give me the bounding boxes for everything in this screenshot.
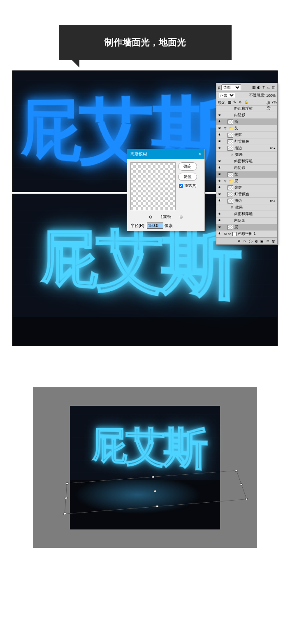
layer-thumbnail[interactable] xyxy=(227,119,233,124)
fx-badge[interactable]: fx ▸ xyxy=(270,199,276,203)
layer-row[interactable]: 👁艾 xyxy=(216,171,277,178)
lock-transparent-icon[interactable]: ▦ xyxy=(228,100,232,104)
filter-adjust-icon[interactable]: ◐ xyxy=(257,85,261,89)
visibility-eye-icon[interactable]: 👁 xyxy=(218,126,222,130)
layer-thumbnail[interactable] xyxy=(227,225,233,230)
transform-handle[interactable] xyxy=(156,505,159,507)
mask-thumbnail[interactable] xyxy=(232,232,237,236)
blend-mode-select[interactable]: 正常 xyxy=(218,93,235,98)
filter-pixel-icon[interactable]: ▦ xyxy=(252,85,256,89)
layer-row[interactable]: 👁⧉⚖色彩平衡 1 xyxy=(216,231,277,237)
layer-row[interactable]: 👁灯管颜色 xyxy=(216,191,277,198)
preview-checkbox[interactable]: 预览(P) xyxy=(179,183,197,188)
layer-row[interactable]: 👁描边fx ▸ xyxy=(216,198,277,204)
radius-input[interactable] xyxy=(147,222,163,229)
visibility-eye-icon[interactable]: 👁 xyxy=(218,173,222,176)
layer-row[interactable]: 👁内阴影 xyxy=(216,165,277,171)
transform-handle[interactable] xyxy=(240,483,243,485)
filter-kind-icon[interactable]: ρ xyxy=(218,85,220,89)
visibility-eye-icon[interactable]: 👁 xyxy=(218,199,222,203)
layer-row[interactable]: 👁斯 xyxy=(216,119,277,125)
layer-row[interactable]: 👁灯管颜色 xyxy=(216,138,277,145)
layer-row[interactable]: 👁描边fx ▸ xyxy=(216,145,277,152)
disclosure-arrow-icon[interactable]: ▽ xyxy=(224,127,227,130)
transform-handle[interactable] xyxy=(66,482,68,485)
layer-row[interactable]: 👁内阴影 xyxy=(216,112,277,119)
new-fill-adjust-icon[interactable]: ◐ xyxy=(254,239,258,243)
close-icon[interactable]: × xyxy=(198,151,201,157)
transform-handle[interactable] xyxy=(63,513,66,515)
disclosure-arrow-icon[interactable]: ▽ xyxy=(231,206,234,209)
layer-fx-icon[interactable]: fx xyxy=(243,239,247,243)
title-text: 制作墙面光，地面光 xyxy=(104,37,186,47)
transform-canvas[interactable]: 屁艾斯 xyxy=(70,406,220,529)
layer-row[interactable]: 👁光辉 xyxy=(216,132,277,138)
preview-check-input[interactable] xyxy=(179,184,183,188)
layer-row[interactable]: ▽效果 xyxy=(216,204,277,211)
layer-row[interactable]: ▽效果 xyxy=(216,152,277,158)
layer-row[interactable]: 👁内阴影 xyxy=(216,218,277,224)
lock-all-icon[interactable]: 🔒 xyxy=(244,100,248,104)
ok-button[interactable]: 确定 xyxy=(178,162,197,171)
zoom-out-icon[interactable]: ⊖ xyxy=(149,215,152,219)
transform-handle[interactable] xyxy=(152,476,154,478)
disclosure-arrow-icon[interactable]: ▽ xyxy=(231,153,234,157)
layer-row[interactable]: 👁斜面和浮雕 xyxy=(216,158,277,165)
layer-thumbnail[interactable] xyxy=(227,199,233,204)
dialog-titlebar[interactable]: 高斯模糊 × xyxy=(127,149,204,159)
visibility-eye-icon[interactable]: 👁 xyxy=(218,113,222,117)
visibility-eye-icon[interactable]: 👁 xyxy=(218,232,222,236)
layer-thumbnail[interactable] xyxy=(227,185,233,190)
filter-kind-select[interactable]: 类型 xyxy=(221,84,241,90)
visibility-eye-icon[interactable]: 👁 xyxy=(218,140,222,143)
layer-thumbnail[interactable] xyxy=(227,192,233,197)
layers-blend-row: 正常 不透明度: 100% xyxy=(216,92,277,99)
delete-layer-icon[interactable]: 🗑 xyxy=(271,239,276,243)
link-layers-icon[interactable]: ⧉ xyxy=(237,239,241,243)
fill-value[interactable]: 7% xyxy=(271,100,276,104)
visibility-eye-icon[interactable]: 👁 xyxy=(218,179,222,183)
new-layer-icon[interactable]: ⊞ xyxy=(266,239,270,243)
layer-row[interactable]: 👁屁 xyxy=(216,224,277,231)
visibility-eye-icon[interactable]: 👁 xyxy=(218,159,222,163)
layer-thumbnail[interactable] xyxy=(227,139,233,144)
layer-row[interactable]: 👁▽📁艾 xyxy=(216,125,277,132)
zoom-in-icon[interactable]: ⊕ xyxy=(179,215,183,219)
visibility-eye-icon[interactable]: 👁 xyxy=(218,192,222,196)
layers-list[interactable]: 斜面和浮雕👁内阴影👁斯👁▽📁艾👁光辉👁灯管颜色👁描边fx ▸▽效果👁斜面和浮雕👁… xyxy=(216,105,277,237)
folder-icon: 📁 xyxy=(229,126,233,131)
layer-thumbnail[interactable] xyxy=(227,172,233,177)
blur-preview[interactable] xyxy=(130,162,176,210)
layer-row[interactable]: 👁斜面和浮雕 xyxy=(216,211,277,218)
lock-position-icon[interactable]: ✥ xyxy=(239,100,243,104)
filter-type-icon[interactable]: T xyxy=(262,85,266,89)
reset-button[interactable]: 复位 xyxy=(178,173,197,181)
transform-handle[interactable] xyxy=(235,470,238,471)
layer-thumbnail[interactable] xyxy=(227,146,233,151)
lock-pixels-icon[interactable]: ✎ xyxy=(233,100,237,104)
transform-handle[interactable] xyxy=(65,497,67,499)
layer-label: 描边 xyxy=(234,198,242,204)
layer-thumbnail[interactable] xyxy=(227,133,233,138)
disclosure-arrow-icon[interactable]: ▽ xyxy=(224,180,227,183)
visibility-eye-icon[interactable]: 👁 xyxy=(218,225,222,229)
opacity-value[interactable]: 100% xyxy=(266,94,276,98)
visibility-eye-icon[interactable]: 👁 xyxy=(218,212,222,216)
layer-row[interactable]: 👁▽📁屁 xyxy=(216,178,277,185)
transform-center-icon[interactable] xyxy=(154,490,157,492)
layer-mask-icon[interactable]: ◯ xyxy=(248,239,253,243)
visibility-eye-icon[interactable]: 👁 xyxy=(218,186,222,190)
layers-filter-bar: ρ 类型 ▦ ◐ T ▭ ◫ xyxy=(216,83,277,92)
transform-handle[interactable] xyxy=(245,498,248,500)
layer-row[interactable]: 👁光辉 xyxy=(216,185,277,191)
visibility-eye-icon[interactable]: 👁 xyxy=(218,133,222,137)
visibility-eye-icon[interactable]: 👁 xyxy=(218,120,222,124)
visibility-eye-icon[interactable]: 👁 xyxy=(218,219,222,222)
fx-badge[interactable]: fx ▸ xyxy=(270,146,276,150)
visibility-eye-icon[interactable]: 👁 xyxy=(218,166,222,170)
new-group-icon[interactable]: ▣ xyxy=(260,239,264,243)
filter-shape-icon[interactable]: ▭ xyxy=(267,85,271,89)
main-composite: 屁艾斯 屁艾斯 高斯模糊 × 确定 复位 预览(P) ⊖ 100% ⊕ xyxy=(12,70,278,346)
filter-smart-icon[interactable]: ◫ xyxy=(271,85,276,89)
visibility-eye-icon[interactable]: 👁 xyxy=(218,146,222,150)
